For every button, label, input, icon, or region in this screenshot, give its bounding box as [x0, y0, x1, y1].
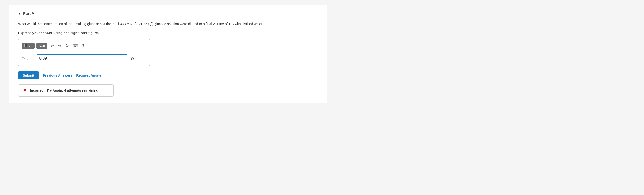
- refresh-button[interactable]: ↻: [64, 43, 70, 49]
- redo-icon: ↪: [58, 43, 61, 48]
- request-answer-link[interactable]: Request Answer: [76, 73, 103, 77]
- previous-answers-link[interactable]: Previous Answers: [43, 73, 72, 77]
- keyboard-button[interactable]: ⌨: [72, 43, 79, 48]
- undo-icon: ↩: [50, 43, 54, 48]
- chevron-down-icon: ▼: [18, 12, 21, 15]
- answer-box: √□ ΑΣφ ↩ ↪ ↻ ⌨: [18, 39, 150, 66]
- greek-symbol-button[interactable]: ΑΣφ: [36, 43, 47, 49]
- sqrt-icon: √□: [28, 44, 32, 48]
- part-label: Part A: [23, 11, 34, 16]
- submit-button[interactable]: Submit: [18, 71, 39, 79]
- refresh-icon: ↻: [66, 43, 69, 48]
- page-container: ▼ Part A What would the concentration of…: [9, 5, 327, 103]
- toolbar: √□ ΑΣφ ↩ ↪ ↻ ⌨: [22, 43, 146, 51]
- part-header: ▼ Part A: [18, 11, 318, 16]
- question-text-after: ) glucose solution were diluted to a fin…: [152, 22, 232, 26]
- unit-percent: %: [130, 56, 134, 61]
- answer-input[interactable]: [36, 54, 127, 63]
- question-text-end: with distilled water?: [234, 22, 264, 26]
- c-label: cfinal: [22, 56, 28, 60]
- unit-ml: mL: [127, 22, 132, 26]
- help-icon: ?: [82, 43, 85, 48]
- incorrect-icon: ✕: [23, 88, 27, 93]
- action-row: Submit Previous Answers Request Answer: [18, 71, 318, 79]
- undo-button[interactable]: ↩: [49, 43, 55, 49]
- question-text: What would the concentration of the resu…: [18, 21, 318, 28]
- question-text-before: What would the concentration of the resu…: [18, 22, 127, 26]
- equals-sign: =: [32, 56, 34, 60]
- keyboard-icon: ⌨: [73, 44, 78, 48]
- formula-icon: √□: [24, 44, 32, 48]
- unit-l: L: [232, 22, 234, 26]
- feedback-text: Incorrect; Try Again; 4 attempts remaini…: [30, 88, 98, 92]
- greek-text-label: ΑΣφ: [38, 44, 45, 48]
- fraction-mv: mv: [149, 21, 152, 28]
- help-button[interactable]: ?: [81, 43, 86, 49]
- redo-button[interactable]: ↪: [57, 43, 62, 49]
- input-row: cfinal = %: [22, 54, 146, 63]
- express-instruction: Express your answer using one significan…: [18, 31, 318, 35]
- input-label: cfinal: [22, 56, 28, 61]
- feedback-box: ✕ Incorrect; Try Again; 4 attempts remai…: [18, 84, 114, 97]
- small-square-icon: [24, 44, 28, 47]
- formula-button[interactable]: √□: [22, 43, 34, 49]
- question-text-middle: of a 30 % (: [132, 22, 149, 26]
